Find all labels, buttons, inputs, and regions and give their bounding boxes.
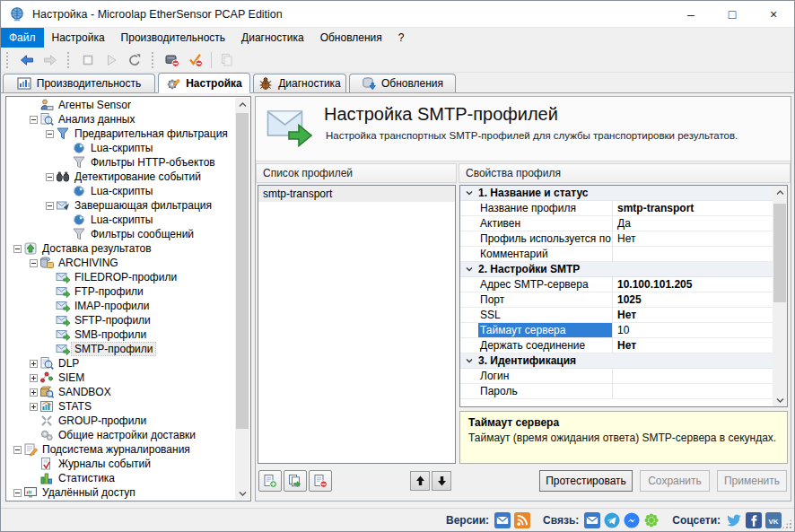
messenger-icon[interactable] bbox=[624, 512, 640, 528]
delete-profile-button[interactable] bbox=[309, 470, 332, 492]
icq-icon[interactable] bbox=[643, 512, 660, 528]
collapse-icon[interactable] bbox=[13, 446, 22, 454]
property-value[interactable]: Нет bbox=[613, 231, 773, 246]
menu-item-файл[interactable]: Файл bbox=[1, 28, 44, 48]
collapse-icon[interactable] bbox=[46, 130, 54, 138]
tree-item-предварительная-фильтрация[interactable]: Предварительная фильтрация bbox=[6, 126, 235, 141]
menu-item-производительность[interactable]: Производительность bbox=[113, 28, 233, 48]
tree-item-smb-профили[interactable]: SMB-профили bbox=[6, 327, 235, 342]
collapse-icon[interactable] bbox=[46, 202, 54, 210]
expand-icon[interactable] bbox=[30, 360, 38, 368]
twitter-icon[interactable] bbox=[726, 512, 742, 528]
grid-scroll-thumb[interactable] bbox=[773, 204, 786, 302]
tree-item-агенты-sensor[interactable]: Агенты Sensor bbox=[6, 98, 235, 112]
tree-item-stats[interactable]: STATS bbox=[6, 399, 235, 414]
tab-diagnostics[interactable]: Диагностика bbox=[253, 74, 346, 92]
property-value[interactable] bbox=[613, 369, 773, 383]
add-profile-button[interactable] bbox=[258, 470, 282, 492]
menu-item-диагностика[interactable]: Диагностика bbox=[233, 28, 312, 48]
property-value[interactable]: 10 bbox=[613, 323, 773, 337]
property-row[interactable]: Порт1025 bbox=[460, 292, 773, 308]
property-value[interactable] bbox=[613, 384, 773, 398]
grid-scrollbar[interactable] bbox=[773, 186, 787, 406]
menu-item-?[interactable]: ? bbox=[390, 28, 413, 48]
scroll-down-icon[interactable] bbox=[235, 486, 249, 500]
tree-item-group-профили[interactable]: GROUP-профили bbox=[6, 414, 235, 428]
vk-icon[interactable]: VK bbox=[765, 512, 782, 528]
property-row[interactable]: Комментарий bbox=[460, 247, 773, 262]
nav-forward-button[interactable] bbox=[39, 49, 62, 71]
mail-icon[interactable] bbox=[584, 512, 600, 528]
property-row[interactable]: Таймаут сервера10 bbox=[460, 323, 773, 338]
property-value[interactable]: Да bbox=[613, 216, 773, 231]
tree-item-dlp[interactable]: DLP bbox=[6, 356, 235, 371]
expand-icon[interactable] bbox=[30, 374, 38, 382]
tree-scrollbar[interactable] bbox=[235, 98, 249, 500]
copy-profile-button[interactable] bbox=[284, 470, 307, 492]
tree-item-журналы-событий[interactable]: Журналы событий bbox=[6, 457, 235, 471]
property-value[interactable] bbox=[613, 247, 773, 261]
collapse-icon[interactable] bbox=[46, 173, 54, 181]
tree-item-rapi-профили[interactable]: RAPI-профили bbox=[6, 500, 235, 501]
tree-item-анализ-данных[interactable]: Анализ данных bbox=[6, 112, 235, 126]
mail-icon[interactable] bbox=[494, 512, 511, 528]
move-down-button[interactable] bbox=[432, 471, 451, 491]
property-group-header[interactable]: 1. Название и статус bbox=[460, 186, 773, 201]
tree-item-lua-скрипты[interactable]: Lua-скрипты bbox=[6, 184, 235, 198]
filter-stop-button[interactable] bbox=[184, 49, 207, 71]
property-value[interactable]: Нет bbox=[613, 308, 773, 322]
apply-button[interactable]: Применить bbox=[717, 470, 787, 492]
tree-item-удалённый-доступ[interactable]: Удалённый доступ bbox=[6, 485, 235, 500]
tree-item-фильтры-сообщений[interactable]: Фильтры сообщений bbox=[6, 227, 235, 241]
property-row[interactable]: Пароль bbox=[460, 384, 773, 399]
tree-item-lua-скрипты[interactable]: Lua-скрипты bbox=[6, 213, 235, 227]
tree-item-подсистема-журналирования[interactable]: Подсистема журналирования bbox=[6, 442, 235, 457]
tree-item-imap-профили[interactable]: IMAP-профили bbox=[6, 299, 235, 313]
property-group-header[interactable]: 2. Настройки SMTP bbox=[460, 262, 773, 277]
tree-item-sandbox[interactable]: SANDBOX bbox=[6, 385, 235, 399]
rss-icon[interactable] bbox=[514, 512, 530, 528]
tree-item-завершающая-фильтрация[interactable]: Завершающая фильтрация bbox=[6, 198, 235, 213]
tree-item-archiving[interactable]: ARCHIVING bbox=[6, 256, 235, 270]
collapse-icon[interactable] bbox=[30, 116, 38, 124]
property-row[interactable]: Адрес SMTP-сервера10.100.101.205 bbox=[460, 277, 773, 292]
restart-button[interactable] bbox=[123, 49, 146, 71]
move-up-button[interactable] bbox=[410, 471, 430, 491]
menu-item-обновления[interactable]: Обновления bbox=[312, 28, 390, 48]
tree-item-детектирование-событий[interactable]: Детектирование событий bbox=[6, 170, 235, 184]
tree-item-доставка-результатов[interactable]: Доставка результатов bbox=[6, 241, 235, 256]
tree-item-sftp-профили[interactable]: SFTP-профили bbox=[6, 313, 235, 327]
tree-item-ftp-профили[interactable]: FTP-профили bbox=[6, 284, 235, 299]
collapse-icon[interactable] bbox=[13, 489, 22, 497]
tree-scroll-thumb[interactable] bbox=[236, 113, 249, 429]
property-row[interactable]: Профиль используется по умНет bbox=[460, 231, 773, 247]
telegram-icon[interactable] bbox=[604, 512, 620, 528]
tree-item-siem[interactable]: SIEM bbox=[6, 371, 235, 385]
property-row[interactable]: Название профиляsmtp-transport bbox=[460, 201, 773, 216]
scroll-up-icon[interactable] bbox=[235, 98, 249, 111]
test-button[interactable]: Протестировать bbox=[539, 470, 633, 492]
facebook-icon[interactable] bbox=[746, 512, 762, 528]
scroll-down-icon[interactable] bbox=[773, 393, 787, 406]
property-row[interactable]: Держать соединениеНет bbox=[460, 338, 773, 353]
tree-item-lua-скрипты[interactable]: Lua-скрипты bbox=[6, 141, 235, 155]
scroll-up-icon[interactable] bbox=[773, 186, 787, 199]
property-group-header[interactable]: 3. Идентификация bbox=[460, 353, 773, 369]
tree-item-общие-настройки-доставки[interactable]: Общие настройки доставки bbox=[6, 428, 235, 442]
expand-icon[interactable] bbox=[30, 403, 38, 411]
property-value[interactable]: smtp-transport bbox=[613, 201, 773, 215]
property-row[interactable]: АктивенДа bbox=[460, 216, 773, 231]
save-button[interactable]: Сохранить bbox=[640, 470, 710, 492]
minimize-button[interactable]: – bbox=[670, 1, 712, 28]
menu-item-настройка[interactable]: Настройка bbox=[44, 28, 113, 48]
profile-list-item[interactable]: smtp-transport bbox=[258, 186, 455, 202]
tree-item-статистика[interactable]: Статистика bbox=[6, 471, 235, 485]
play-button[interactable] bbox=[100, 49, 123, 71]
tab-settings[interactable]: Настройка bbox=[158, 73, 250, 93]
tab-performance[interactable]: Производительность bbox=[3, 74, 155, 92]
tree-item-filedrop-профили[interactable]: FILEDROP-профили bbox=[6, 270, 235, 284]
close-button[interactable]: × bbox=[753, 1, 794, 28]
capture-stop-button[interactable] bbox=[161, 49, 184, 71]
tab-updates[interactable]: Обновления bbox=[349, 74, 456, 92]
property-value[interactable]: Нет bbox=[613, 338, 773, 353]
